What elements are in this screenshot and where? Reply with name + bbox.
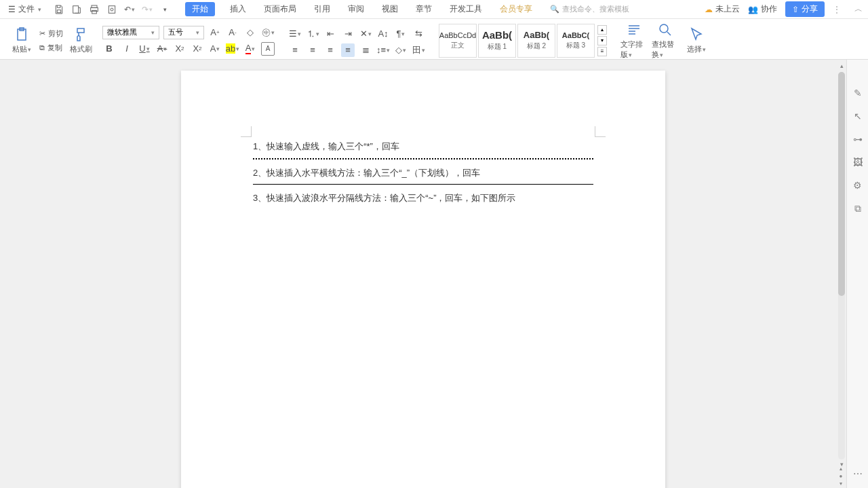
- image-icon[interactable]: 🖼: [852, 156, 864, 168]
- align-center-button[interactable]: ≡: [306, 43, 319, 57]
- redo-icon[interactable]: ↷▾: [142, 4, 153, 15]
- style-gallery: AaBbCcDd 正文 AaBb( 标题 1 AaBb( 标题 2 AaBbC(…: [439, 24, 607, 58]
- highlight-button[interactable]: ab▾: [226, 42, 239, 56]
- collab-button[interactable]: 👥 协作: [748, 3, 777, 15]
- format-painter-button[interactable]: 格式刷: [67, 26, 94, 54]
- qat-more-icon[interactable]: ▾: [159, 4, 170, 15]
- tab-home[interactable]: 开始: [185, 2, 215, 16]
- decrease-indent-button[interactable]: ⇤: [323, 27, 337, 41]
- phonetic-guide-button[interactable]: ㊥▾: [261, 26, 275, 39]
- bullet-list-button[interactable]: ☰▾: [288, 27, 302, 41]
- file-menu-button[interactable]: ☰ 文件 ▾: [5, 2, 44, 16]
- browse-object-icon[interactable]: ●: [840, 473, 843, 479]
- paragraph-mark-button[interactable]: ¶▾: [394, 27, 408, 41]
- pen-icon[interactable]: ✎: [852, 87, 864, 99]
- grow-font-button[interactable]: A+: [208, 26, 222, 39]
- find-replace-button[interactable]: 查找替换▾: [652, 22, 679, 60]
- print-preview-icon[interactable]: [106, 4, 117, 15]
- format-painter-label: 格式刷: [70, 44, 92, 54]
- menu-left: ☰ 文件 ▾ ↶▾ ↷▾ ▾ 开始 插入 页面布局 引用 审阅 视图 章节 开发…: [5, 2, 629, 16]
- style-heading3[interactable]: AaBbC( 标题 3: [557, 24, 595, 58]
- next-page-icon[interactable]: ▾: [840, 481, 842, 487]
- document-content[interactable]: 1、快速输入虚线，输入三个“*”，回车 2、快速插入水平横线方法：输入三个“_”…: [253, 138, 593, 207]
- page[interactable]: 1、快速输入虚线，输入三个“*”，回车 2、快速插入水平横线方法：输入三个“_”…: [181, 71, 665, 488]
- style-more[interactable]: ≡: [597, 47, 607, 56]
- underline-button[interactable]: U▾: [138, 42, 151, 56]
- svg-rect-0: [57, 10, 60, 12]
- text-effects-button[interactable]: A▾: [208, 42, 222, 56]
- italic-button[interactable]: I: [120, 42, 134, 56]
- cloud-sync-button[interactable]: ☁ 未上云: [705, 3, 740, 15]
- scroll-thumb[interactable]: [838, 72, 845, 296]
- tab-page-layout[interactable]: 页面布局: [261, 2, 299, 16]
- paragraph-2[interactable]: 2、快速插入水平横线方法：输入三个“_”（下划线），回车: [253, 165, 593, 182]
- more-icon[interactable]: ⋮: [833, 5, 841, 14]
- prev-page-icon[interactable]: ▴: [840, 466, 842, 472]
- superscript-button[interactable]: X2: [173, 42, 186, 56]
- vertical-scrollbar[interactable]: ▴ ▾: [837, 62, 846, 469]
- cut-label: 剪切: [48, 29, 63, 39]
- style-heading1[interactable]: AaBb( 标题 1: [478, 24, 516, 58]
- align-distribute-button[interactable]: ≣: [359, 43, 372, 57]
- font-size-select[interactable]: 五号▾: [163, 26, 204, 39]
- increase-indent-button[interactable]: ⇥: [341, 27, 355, 41]
- paragraph-1[interactable]: 1、快速输入虚线，输入三个“*”，回车: [253, 138, 593, 155]
- sort-button[interactable]: ✕▾: [359, 27, 372, 41]
- share-button[interactable]: ⇧ 分享: [785, 1, 825, 17]
- tab-button[interactable]: ⇆: [412, 27, 425, 41]
- save-icon[interactable]: [54, 4, 64, 15]
- paragraph-3[interactable]: 3、快速插入波浪水平分隔线方法：输入三个“~”，回车，如下图所示: [253, 190, 593, 207]
- line-spacing-button[interactable]: ↕≡▾: [376, 43, 390, 57]
- copy-button[interactable]: ⧉复制: [38, 42, 64, 54]
- undo-icon[interactable]: ↶▾: [124, 4, 135, 15]
- style-preview: AaBb(: [524, 30, 549, 40]
- collapse-ribbon-icon[interactable]: ︿: [854, 3, 863, 15]
- search-box[interactable]: 🔍 查找命令、搜索模板: [550, 4, 629, 14]
- text-direction-button[interactable]: A↕: [376, 27, 390, 41]
- font-group: 微软雅黑▾ 五号▾ A+ A- ◇ ㊥▾ B I U▾ A▾ X2 X2 A▾ …: [98, 22, 279, 59]
- bold-button[interactable]: B: [102, 42, 116, 56]
- style-scroll-up[interactable]: ▴: [597, 25, 607, 35]
- tab-references[interactable]: 引用: [311, 2, 333, 16]
- subscript-button[interactable]: X2: [191, 42, 204, 56]
- tab-review[interactable]: 审阅: [345, 2, 367, 16]
- cut-button[interactable]: ✂剪切: [38, 28, 64, 39]
- select-button[interactable]: 选择▾: [683, 26, 710, 54]
- tab-section[interactable]: 章节: [413, 2, 435, 16]
- paste-button[interactable]: 粘贴▾: [8, 26, 35, 54]
- more-tools-icon[interactable]: ⋯: [852, 468, 864, 480]
- menu-bar: ☰ 文件 ▾ ↶▾ ↷▾ ▾ 开始 插入 页面布局 引用 审阅 视图 章节 开发…: [0, 0, 868, 19]
- align-left-button[interactable]: ≡: [288, 43, 302, 57]
- style-heading2[interactable]: AaBb( 标题 2: [517, 24, 555, 58]
- borders-button[interactable]: 田▾: [412, 43, 425, 57]
- font-color-button[interactable]: A▾: [243, 42, 257, 56]
- shrink-font-button[interactable]: A-: [226, 26, 239, 39]
- margin-corner-tr: [595, 126, 606, 137]
- settings-icon[interactable]: ⊶: [852, 133, 864, 145]
- print-icon[interactable]: [89, 4, 100, 15]
- copy-icon: ⧉: [39, 43, 45, 52]
- scroll-up-arrow[interactable]: ▴: [837, 62, 846, 71]
- clear-format-button[interactable]: ◇: [243, 26, 257, 39]
- gear-icon[interactable]: ⚙: [852, 179, 864, 191]
- tab-view[interactable]: 视图: [379, 2, 401, 16]
- tab-member[interactable]: 会员专享: [497, 2, 535, 16]
- number-list-button[interactable]: ⒈▾: [306, 27, 319, 41]
- cursor-icon[interactable]: ↖: [852, 110, 864, 122]
- tab-insert[interactable]: 插入: [227, 2, 249, 16]
- style-normal[interactable]: AaBbCcDd 正文: [439, 24, 477, 58]
- text-layout-label: 文字排版▾: [620, 39, 648, 60]
- export-pdf-icon[interactable]: [71, 4, 82, 15]
- char-border-button[interactable]: A: [261, 42, 275, 56]
- solid-separator: [253, 184, 593, 185]
- strikethrough-button[interactable]: A▾: [155, 42, 169, 56]
- align-right-button[interactable]: ≡: [323, 43, 337, 57]
- font-name-select[interactable]: 微软雅黑▾: [102, 26, 159, 39]
- style-scroll-down[interactable]: ▾: [597, 36, 607, 45]
- tab-developer[interactable]: 开发工具: [447, 2, 485, 16]
- shading-button[interactable]: ◇▾: [394, 43, 408, 57]
- page-icon[interactable]: ⧉: [852, 202, 864, 214]
- text-layout-button[interactable]: 文字排版▾: [620, 22, 648, 60]
- document-area[interactable]: 1、快速输入虚线，输入三个“*”，回车 2、快速插入水平横线方法：输入三个“_”…: [0, 60, 846, 488]
- align-justify-button[interactable]: ≡: [341, 43, 355, 57]
